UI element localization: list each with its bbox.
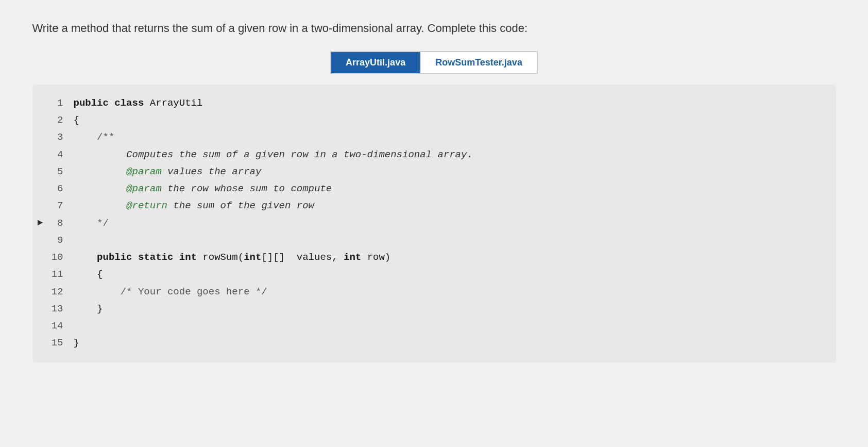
line-number-14: 14 bbox=[43, 318, 63, 335]
line-number-13: 13 bbox=[43, 301, 63, 318]
line-content-5: @param values the array bbox=[74, 163, 262, 180]
code-line-14: 14 bbox=[32, 318, 836, 335]
line-number-12: 12 bbox=[43, 284, 63, 301]
line-number-4: 4 bbox=[43, 146, 63, 163]
line-content-13: } bbox=[74, 301, 103, 318]
tabs-wrapper: ArrayUtil.java RowSumTester.java bbox=[330, 51, 538, 74]
line-number-6: 6 bbox=[43, 180, 63, 197]
code-line-2: 2 { bbox=[32, 112, 836, 129]
code-line-10: 10 public static int rowSum(int[][] valu… bbox=[32, 249, 836, 266]
code-line-3: 3 /** bbox=[32, 129, 836, 146]
line-content-9 bbox=[74, 232, 79, 249]
line-content-1: public class ArrayUtil bbox=[74, 95, 203, 112]
code-line-9: 9 bbox=[32, 232, 836, 249]
line-content-14 bbox=[74, 318, 79, 335]
code-editor: 1 public class ArrayUtil 2 { 3 /** 4 Com… bbox=[32, 85, 836, 362]
line-content-15: } bbox=[74, 335, 79, 352]
line-content-2: { bbox=[74, 112, 79, 129]
line-number-3: 3 bbox=[43, 129, 63, 146]
code-line-11: 11 { bbox=[32, 266, 836, 283]
tab-arrayutil[interactable]: ArrayUtil.java bbox=[331, 52, 420, 73]
code-line-1: 1 public class ArrayUtil bbox=[32, 95, 836, 112]
line-content-3: /** bbox=[74, 129, 115, 146]
line-number-15: 15 bbox=[43, 335, 63, 352]
line-content-7: @return the sum of the given row bbox=[74, 197, 315, 214]
line-number-1: 1 bbox=[43, 95, 63, 112]
code-line-12: 12 /* Your code goes here */ bbox=[32, 284, 836, 301]
line-number-10: 10 bbox=[43, 249, 63, 266]
line-number-8: 8 bbox=[43, 215, 63, 232]
code-line-7: 7 @return the sum of the given row bbox=[32, 197, 836, 214]
page-container: Write a method that returns the sum of a… bbox=[32, 21, 836, 362]
code-line-8: ► 8 */ bbox=[32, 215, 836, 232]
line-content-4: Computes the sum of a given row in a two… bbox=[74, 146, 473, 163]
code-line-5: 5 @param values the array bbox=[32, 163, 836, 180]
tab-rowsumtester[interactable]: RowSumTester.java bbox=[420, 52, 537, 73]
line-content-6: @param the row whose sum to compute bbox=[74, 180, 332, 197]
line-content-8: */ bbox=[74, 215, 109, 232]
cursor-indicator: ► bbox=[38, 215, 43, 231]
line-number-9: 9 bbox=[43, 232, 63, 249]
code-line-6: 6 @param the row whose sum to compute bbox=[32, 180, 836, 197]
line-number-2: 2 bbox=[43, 112, 63, 129]
line-content-10: public static int rowSum(int[][] values,… bbox=[74, 249, 391, 266]
instruction-text: Write a method that returns the sum of a… bbox=[32, 21, 836, 37]
tabs-row: ArrayUtil.java RowSumTester.java bbox=[32, 51, 836, 74]
line-content-12: /* Your code goes here */ bbox=[74, 284, 267, 301]
line-number-11: 11 bbox=[43, 266, 63, 283]
line-content-11: { bbox=[74, 266, 103, 283]
code-line-15: 15 } bbox=[32, 335, 836, 352]
code-line-13: 13 } bbox=[32, 301, 836, 318]
line-number-7: 7 bbox=[43, 197, 63, 214]
line-number-5: 5 bbox=[43, 163, 63, 180]
code-line-4: 4 Computes the sum of a given row in a t… bbox=[32, 146, 836, 163]
